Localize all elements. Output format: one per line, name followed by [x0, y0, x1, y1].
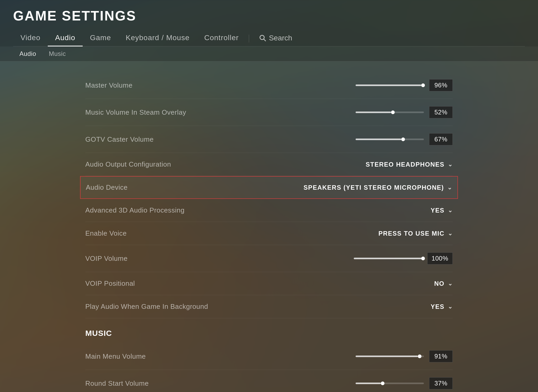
chevron-down-icon: ⌄ — [448, 303, 453, 310]
dropdown-value-audio-output: STEREO HEADPHONES — [366, 161, 444, 168]
tab-video[interactable]: Video — [13, 31, 48, 46]
svg-point-0 — [260, 35, 264, 40]
dropdown-value-advanced-3d: YES — [431, 207, 445, 214]
dropdown-value-voip-positional: NO — [434, 280, 445, 287]
slider-value-round-start-volume: 37% — [429, 377, 453, 389]
sub-tab-audio[interactable]: Audio — [13, 46, 43, 61]
page-title: GAME SETTINGS — [13, 8, 525, 24]
slider-thumb — [401, 137, 405, 141]
slider-gotv[interactable] — [356, 139, 424, 140]
setting-right-audio-device: SPEAKERS (YETI STEREO MICROPHONE) ⌄ — [304, 184, 452, 191]
slider-value-main-menu-volume: 91% — [429, 350, 453, 362]
slider-track — [354, 258, 422, 259]
slider-fill — [356, 139, 401, 140]
setting-row-advanced-3d: Advanced 3D Audio Processing YES ⌄ — [85, 199, 453, 222]
setting-label-audio-device: Audio Device — [86, 183, 128, 192]
dropdown-value-audio-device: SPEAKERS (YETI STEREO MICROPHONE) — [304, 184, 444, 191]
setting-right-play-audio-bg: YES ⌄ — [431, 303, 453, 310]
setting-label-advanced-3d: Advanced 3D Audio Processing — [85, 206, 184, 214]
nav-divider — [249, 35, 249, 43]
slider-fill — [356, 84, 421, 86]
tab-game[interactable]: Game — [83, 31, 118, 46]
setting-right-main-menu-volume: 91% — [356, 350, 453, 362]
content-area: Master Volume 96% Music Volume In Steam … — [0, 61, 538, 392]
dropdown-advanced-3d[interactable]: YES ⌄ — [431, 207, 453, 214]
slider-fill — [356, 112, 391, 113]
slider-fill — [356, 356, 418, 357]
setting-row-audio-device: Audio Device SPEAKERS (YETI STEREO MICRO… — [80, 176, 458, 199]
setting-right-enable-voice: PRESS TO USE MIC ⌄ — [378, 230, 453, 237]
setting-row-enable-voice: Enable Voice PRESS TO USE MIC ⌄ — [85, 222, 453, 245]
sub-tab-music[interactable]: Music — [43, 46, 72, 61]
search-icon — [259, 34, 266, 42]
setting-row-play-audio-bg: Play Audio When Game In Background YES ⌄ — [85, 295, 453, 318]
setting-right-voip-volume: 100% — [354, 252, 453, 264]
setting-label-music-steam: Music Volume In Steam Overlay — [85, 108, 186, 116]
chevron-down-icon: ⌄ — [447, 184, 452, 191]
setting-row-round-start-volume: Round Start Volume 37% — [85, 370, 453, 392]
chevron-down-icon: ⌄ — [448, 230, 453, 237]
main-nav: Video Audio Game Keyboard / Mouse Contro… — [13, 31, 525, 46]
setting-right-advanced-3d: YES ⌄ — [431, 207, 453, 214]
slider-thumb — [421, 83, 425, 87]
setting-right-round-start-volume: 37% — [356, 377, 453, 389]
setting-label-audio-output: Audio Output Configuration — [85, 160, 171, 168]
setting-right-master-volume: 96% — [356, 79, 453, 91]
dropdown-enable-voice[interactable]: PRESS TO USE MIC ⌄ — [378, 230, 453, 237]
setting-label-voip-positional: VOIP Positional — [85, 279, 135, 288]
slider-voip-volume[interactable] — [354, 258, 422, 259]
dropdown-audio-output[interactable]: STEREO HEADPHONES ⌄ — [366, 161, 453, 168]
dropdown-value-play-audio-bg: YES — [431, 303, 445, 310]
setting-row-music-steam: Music Volume In Steam Overlay 52% — [85, 99, 453, 126]
header: GAME SETTINGS Video Audio Game Keyboard … — [0, 0, 538, 46]
setting-label-enable-voice: Enable Voice — [85, 229, 127, 237]
slider-value-master-volume: 96% — [429, 79, 453, 91]
setting-right-audio-output: STEREO HEADPHONES ⌄ — [366, 161, 453, 168]
slider-track — [356, 112, 424, 113]
chevron-down-icon: ⌄ — [448, 161, 453, 168]
slider-master-volume[interactable] — [356, 84, 424, 86]
setting-right-voip-positional: NO ⌄ — [434, 280, 453, 287]
slider-value-voip-volume: 100% — [427, 252, 453, 264]
slider-thumb — [381, 382, 384, 385]
dropdown-audio-device[interactable]: SPEAKERS (YETI STEREO MICROPHONE) ⌄ — [304, 184, 452, 191]
slider-value-music-steam: 52% — [429, 106, 453, 118]
dropdown-voip-positional[interactable]: NO ⌄ — [434, 280, 453, 287]
slider-fill — [356, 383, 381, 384]
slider-thumb — [421, 257, 425, 260]
search-button[interactable]: Search — [252, 31, 300, 46]
tab-controller[interactable]: Controller — [197, 31, 246, 46]
setting-row-gotv: GOTV Caster Volume 67% — [85, 126, 453, 153]
slider-main-menu-volume[interactable] — [356, 356, 424, 357]
setting-label-gotv: GOTV Caster Volume — [85, 135, 154, 144]
slider-value-gotv: 67% — [429, 133, 453, 145]
tab-keyboard-mouse[interactable]: Keyboard / Mouse — [118, 31, 197, 46]
slider-track — [356, 356, 424, 357]
music-section-header: Music — [85, 318, 453, 343]
setting-row-main-menu-volume: Main Menu Volume 91% — [85, 343, 453, 370]
tab-audio[interactable]: Audio — [48, 31, 83, 46]
setting-label-round-start-volume: Round Start Volume — [85, 379, 149, 388]
setting-label-voip-volume: VOIP Volume — [85, 255, 128, 263]
setting-right-gotv: 67% — [356, 133, 453, 145]
dropdown-play-audio-bg[interactable]: YES ⌄ — [431, 303, 453, 310]
sub-nav: Audio Music — [0, 46, 538, 61]
search-label: Search — [269, 34, 292, 42]
setting-label-main-menu-volume: Main Menu Volume — [85, 352, 146, 361]
slider-track — [356, 139, 424, 140]
setting-row-voip-volume: VOIP Volume 100% — [85, 245, 453, 272]
chevron-down-icon: ⌄ — [448, 207, 453, 214]
svg-line-1 — [264, 39, 266, 41]
slider-round-start-volume[interactable] — [356, 383, 424, 384]
slider-track — [356, 383, 424, 384]
slider-track — [356, 84, 424, 86]
setting-row-audio-output: Audio Output Configuration STEREO HEADPH… — [85, 153, 453, 176]
setting-row-master-volume: Master Volume 96% — [85, 72, 453, 99]
setting-label-master-volume: Master Volume — [85, 81, 133, 89]
setting-label-play-audio-bg: Play Audio When Game In Background — [85, 303, 208, 311]
slider-music-steam[interactable] — [356, 112, 424, 113]
dropdown-value-enable-voice: PRESS TO USE MIC — [378, 230, 445, 237]
setting-row-voip-positional: VOIP Positional NO ⌄ — [85, 272, 453, 295]
slider-thumb — [391, 110, 395, 114]
settings-panel: Master Volume 96% Music Volume In Steam … — [85, 72, 453, 392]
